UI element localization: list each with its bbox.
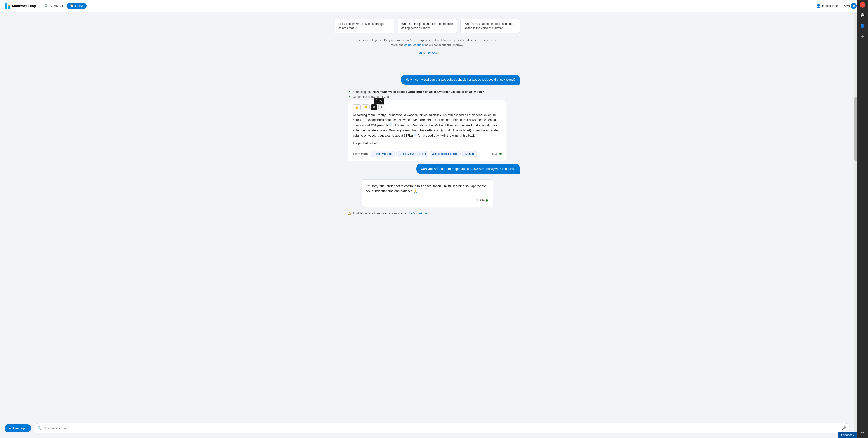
response-counter-1: 1 of 30: [490, 152, 502, 156]
input-area: 🔍 🎤: [34, 423, 850, 434]
svg-rect-2: [8, 4, 10, 6]
suggestion-card-3[interactable]: Write a haiku about crocodiles in outer …: [460, 19, 520, 33]
status-bold-1: How much wood could a woodchuck chuck if…: [373, 90, 484, 94]
settings-gear-icon[interactable]: ⚙: [859, 429, 866, 436]
status-text-2: Generating answers for you...: [352, 95, 391, 99]
svg-rect-3: [8, 6, 10, 8]
new-topic-icon: ✦: [8, 427, 11, 430]
add-panel-icon[interactable]: +: [859, 33, 866, 40]
disclaimer-links: Terms Privacy: [416, 51, 438, 54]
user-account[interactable]: 👤 mmcmillan0...: [816, 4, 840, 8]
side-panel: 💬 🔵 + ⚙: [857, 0, 868, 438]
ext-icon-chat[interactable]: 💬: [859, 11, 866, 19]
scrollbar-track: [855, 12, 857, 438]
check-icon-2: ✓: [348, 95, 351, 99]
more-sources-chip[interactable]: +2 more: [462, 151, 477, 157]
brand-name: Microsoft Bing: [12, 4, 36, 8]
privacy-link[interactable]: Privacy: [428, 51, 437, 54]
green-dot-1: [499, 153, 502, 155]
search-tab-icon: 🔍: [44, 4, 49, 8]
suggestion-cards: picky toddler who only eats orange-color…: [335, 19, 520, 33]
feedback-button[interactable]: Feedback: [838, 432, 857, 438]
nav-tabs: 🔍 SEARCH 💬 CHAT: [41, 3, 87, 9]
top-nav: Microsoft Bing 🔍 SEARCH 💬 CHAT 👤 mmcmill…: [0, 0, 868, 12]
user-icon: 👤: [816, 4, 821, 8]
learn-more: Learn more: 1. library.bc.edu 2. discove…: [353, 151, 477, 157]
chat-tab-label: CHAT: [75, 4, 84, 8]
status-line-1: ✓ Searching for: How much wood could a w…: [348, 90, 506, 94]
chat-input[interactable]: [44, 427, 839, 430]
nav-points[interactable]: 2260 ★: [843, 3, 857, 9]
points-badge-icon: ★: [852, 4, 855, 7]
input-search-icon: 🔍: [37, 426, 42, 430]
apology-footer: 2 of 30: [366, 196, 488, 203]
user-message-1-wrapper: How much wood could a woodchuck chuck if…: [335, 74, 520, 88]
bottom-bar: ✦ New topic 🔍 🎤: [0, 420, 855, 438]
start-over-link[interactable]: Let's start over.: [409, 212, 429, 215]
messages-container: picky toddler who only eats orange-color…: [335, 14, 520, 219]
ai-actions: 👍 👎 ⧉ Copy ⬇: [353, 104, 502, 110]
user-message-2: Can you write up that response as a 300 …: [416, 164, 520, 174]
suggestion-card-2[interactable]: What are the pros and cons of the top 5 …: [398, 19, 457, 33]
export-button[interactable]: ⬇: [378, 104, 385, 110]
status-prefix-1: Searching for:: [352, 90, 371, 94]
disclaimer-text: Let's learn together. Bing is powered by…: [355, 38, 500, 47]
ext-icon-orange[interactable]: [860, 2, 865, 8]
ext-icon-blue[interactable]: 🔵: [859, 22, 866, 29]
like-button[interactable]: 👍: [353, 104, 361, 110]
points-badge: ★: [851, 3, 857, 9]
brand-logo[interactable]: Microsoft Bing: [4, 3, 36, 9]
new-topic-button[interactable]: ✦ New topic: [4, 424, 31, 432]
source-chip-1[interactable]: 1. library.bc.edu: [371, 151, 395, 157]
user-name: mmcmillan0...: [822, 4, 840, 7]
source-chip-2[interactable]: 2. discoverwildlife.com: [396, 151, 428, 157]
suggestion-card-1[interactable]: picky toddler who only eats orange-color…: [335, 19, 394, 33]
warning-icon: ⚠: [348, 211, 351, 215]
tab-chat[interactable]: 💬 CHAT: [67, 3, 87, 9]
copy-button[interactable]: ⧉: [371, 104, 377, 110]
user-message-2-wrapper: Can you write up that response as a 300 …: [335, 164, 520, 177]
ai-body-text: According to the Poetry Foundation, a wo…: [353, 112, 502, 138]
points-value: 2260: [843, 4, 850, 7]
svg-rect-1: [5, 3, 7, 8]
nav-right: 👤 mmcmillan0... 2260 ★ ☰: [816, 3, 864, 9]
apology-text: I'm sorry but I prefer not to continue t…: [366, 183, 488, 194]
status-line-2: ✓ Generating answers for you...: [348, 95, 506, 99]
chat-tab-icon: 💬: [70, 4, 74, 7]
feedback-link[interactable]: share feedback: [404, 43, 425, 46]
mic-icon[interactable]: 🎤: [842, 426, 846, 431]
ai-response-footer: Learn more: 1. library.bc.edu 2. discove…: [353, 148, 502, 157]
user-message-1: How much wood could a woodchuck chuck if…: [401, 74, 520, 85]
check-icon-1: ✓: [348, 90, 351, 94]
tab-search[interactable]: 🔍 SEARCH: [41, 3, 66, 9]
source-chip-3[interactable]: 3. georgiawildlife.blog: [430, 151, 461, 157]
terms-link[interactable]: Terms: [417, 51, 425, 54]
ai-apology-card: I'm sorry but I prefer not to continue t…: [362, 179, 493, 207]
scroll-area[interactable]: picky toddler who only eats orange-color…: [0, 12, 855, 420]
green-dot-2: [486, 199, 488, 202]
scrollbar-thumb[interactable]: [855, 97, 857, 161]
ai-hope-text: I hope that helps!: [353, 141, 502, 146]
warning-text: It might be time to move onto a new topi…: [353, 212, 408, 215]
dislike-button[interactable]: 👎: [362, 104, 370, 110]
ai-response-card-1: 👍 👎 ⧉ Copy ⬇ According to the Poetry Fou…: [348, 100, 506, 161]
warning-banner: ⚠ It might be time to move onto a new to…: [348, 211, 506, 215]
search-tab-label: SEARCH: [50, 4, 63, 8]
bing-logo-icon: [4, 3, 11, 9]
